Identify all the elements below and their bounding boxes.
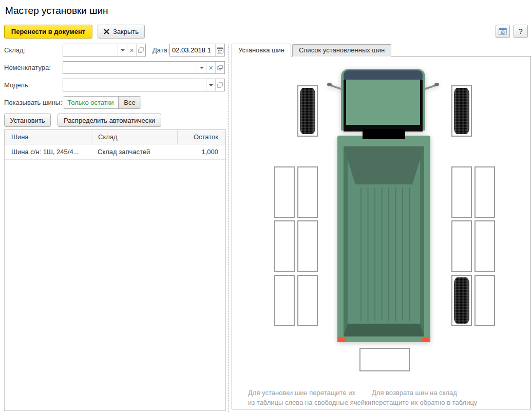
cell-warehouse: Склад запчастей [91, 144, 177, 159]
tire-slot-left-inner-3[interactable] [297, 275, 318, 326]
tire-slot-front-left[interactable] [297, 85, 318, 137]
date-input[interactable] [170, 44, 215, 56]
column-header-warehouse[interactable]: Склад [91, 130, 177, 144]
tire-diagram-panel: Для установки шин перетащите их из табли… [232, 56, 531, 409]
clear-icon: × [208, 64, 213, 71]
warehouse-clear-button[interactable]: × [127, 44, 136, 56]
nomenclature-field: × [63, 61, 225, 74]
nomenclature-input[interactable] [63, 62, 197, 73]
hint-return-line2: перетащите их обратно в таблицу [372, 398, 477, 407]
tab-install-tires[interactable]: Установка шин [232, 44, 291, 57]
hint-install-text: Для установки шин перетащите их из табли… [248, 388, 371, 407]
model-open-button[interactable] [215, 79, 224, 91]
model-field [63, 79, 225, 91]
date-picker-button[interactable] [215, 44, 224, 56]
right-pane-tabs: Установка шин Список установленных шин [232, 44, 392, 57]
hint-install-line2: из таблицы слева на свободные ячейки [248, 398, 371, 407]
tire-slot-left-inner-2[interactable] [297, 220, 318, 272]
pane-splitter[interactable] [228, 44, 230, 412]
close-button[interactable]: Закрыть [98, 25, 145, 39]
truck-top-view [326, 64, 441, 344]
model-dropdown-button[interactable] [206, 79, 215, 91]
close-button-label: Закрыть [113, 28, 139, 35]
nomenclature-clear-button[interactable]: × [206, 62, 215, 73]
form-settings-icon [499, 28, 507, 35]
open-list-icon [138, 47, 144, 53]
warehouse-field: × [63, 44, 146, 57]
hint-return-text: Для возврата шин на склад перетащите их … [372, 388, 477, 407]
clear-icon: × [129, 47, 134, 54]
chevron-down-icon [209, 84, 213, 88]
close-icon [104, 29, 109, 34]
nomenclature-open-button[interactable] [215, 62, 224, 73]
transfer-to-document-button[interactable]: Перенести в документ [4, 25, 92, 39]
tire-image[interactable] [454, 277, 470, 324]
date-label: Дата: [153, 44, 169, 57]
tab-installed-tires-list[interactable]: Список установленных шин [292, 44, 391, 57]
tire-slot-right-outer-2[interactable] [474, 220, 495, 272]
model-label: Модель: [4, 79, 30, 91]
chevron-down-icon [121, 49, 125, 53]
warehouse-input[interactable] [63, 44, 118, 56]
page-title: Мастер установки шин [5, 5, 108, 16]
open-list-icon [217, 82, 223, 88]
tire-image[interactable] [300, 88, 316, 134]
tire-slot-left-inner-1[interactable] [297, 166, 318, 218]
show-tires-toggle: Только остатки Все [63, 96, 141, 109]
auto-distribute-button[interactable]: Распределить автоматически [58, 114, 161, 127]
help-button[interactable]: ? [514, 25, 528, 38]
tire-slot-right-outer-3[interactable] [474, 275, 495, 326]
tire-slot-right-inner-3[interactable] [451, 275, 472, 326]
hint-install-line1: Для установки шин перетащите их [248, 388, 371, 398]
tire-slot-left-outer-1[interactable] [274, 166, 295, 218]
stock-table-row[interactable]: Шина с/н: 1Ш, 245/4... Склад запчастей 1… [5, 144, 225, 160]
show-tires-label: Показывать шины: [4, 96, 62, 109]
stock-table-header: Шина Склад Остаток [5, 130, 225, 144]
warehouse-label: Склад: [4, 44, 25, 57]
tire-slot-left-outer-3[interactable] [274, 275, 295, 326]
column-header-qty[interactable]: Остаток [177, 130, 225, 144]
column-header-tire[interactable]: Шина [5, 130, 91, 144]
date-field [169, 44, 225, 57]
calendar-icon [217, 47, 223, 53]
show-tires-option-remains[interactable]: Только остатки [63, 97, 118, 108]
show-tires-option-all[interactable]: Все [118, 97, 141, 108]
form-settings-button[interactable] [496, 25, 510, 38]
nomenclature-label: Номенклатура: [4, 61, 51, 74]
tire-slot-right-inner-1[interactable] [451, 166, 472, 218]
nomenclature-dropdown-button[interactable] [197, 62, 206, 73]
open-list-icon [217, 65, 223, 70]
cell-qty: 1,000 [177, 144, 225, 159]
tire-image[interactable] [454, 88, 470, 134]
tire-slot-left-outer-2[interactable] [274, 220, 295, 272]
warehouse-dropdown-button[interactable] [118, 44, 127, 56]
hint-return-line1: Для возврата шин на склад [372, 388, 477, 398]
tire-slot-spare[interactable] [359, 348, 410, 371]
warehouse-open-button[interactable] [136, 44, 145, 56]
chevron-down-icon [200, 67, 204, 71]
cell-tire: Шина с/н: 1Ш, 245/4... [5, 144, 91, 159]
tire-slot-right-outer-1[interactable] [474, 166, 495, 218]
stock-table: Шина Склад Остаток Шина с/н: 1Ш, 245/4..… [4, 129, 226, 411]
install-button[interactable]: Установить [4, 114, 51, 127]
tire-slot-right-inner-2[interactable] [451, 220, 472, 272]
model-input[interactable] [63, 79, 206, 91]
transfer-button-label: Перенести в документ [11, 28, 85, 35]
tire-slot-front-right[interactable] [451, 85, 472, 137]
